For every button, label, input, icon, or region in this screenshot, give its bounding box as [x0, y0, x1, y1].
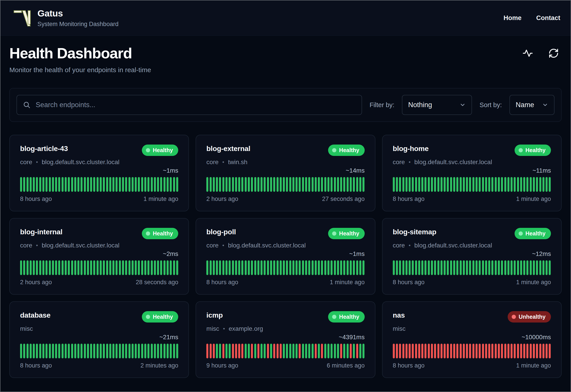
- uptime-bar: [33, 344, 35, 358]
- endpoint-card[interactable]: blog-sitemap Healthy core • blog.default…: [382, 218, 562, 295]
- uptime-bar: [52, 344, 54, 358]
- uptime-bar: [412, 260, 414, 275]
- uptime-bar: [251, 177, 253, 192]
- uptime-bar: [273, 260, 275, 275]
- history-start-time: 9 hours ago: [206, 362, 238, 369]
- tn-monogram-icon: [13, 6, 32, 30]
- uptime-bar: [213, 260, 215, 275]
- uptime-bar: [33, 177, 35, 192]
- uptime-bar: [460, 260, 462, 275]
- card-head: icmp Healthy: [206, 311, 364, 322]
- endpoint-card[interactable]: nas Unhealthy misc ~10000ms 8 hours ago …: [382, 301, 562, 378]
- uptime-bar: [517, 177, 519, 192]
- uptime-bar: [235, 344, 237, 358]
- endpoint-group: misc: [206, 325, 219, 332]
- uptime-bar: [245, 260, 247, 275]
- uptime-bar: [495, 344, 497, 358]
- uptime-bar: [167, 260, 169, 275]
- uptime-bar: [116, 260, 118, 275]
- uptime-bar: [264, 344, 266, 358]
- uptime-bar: [299, 344, 301, 358]
- uptime-bar: [472, 344, 474, 358]
- uptime-bar: [321, 260, 323, 275]
- uptime-bar: [507, 177, 510, 192]
- uptime-bar: [170, 260, 172, 275]
- nav-link-contact[interactable]: Contact: [536, 14, 560, 22]
- uptime-bar: [216, 177, 218, 192]
- uptime-bar: [356, 260, 358, 275]
- uptime-bars: [206, 260, 364, 275]
- uptime-bar: [482, 177, 484, 192]
- endpoint-name: blog-sitemap: [393, 228, 436, 236]
- endpoint-card[interactable]: blog-home Healthy core • blog.default.sv…: [382, 135, 562, 211]
- endpoint-name: blog-article-43: [20, 145, 68, 153]
- uptime-bar: [511, 344, 512, 358]
- latency-label: ~2ms: [20, 250, 178, 257]
- uptime-bar: [173, 260, 175, 275]
- uptime-bar: [225, 177, 227, 192]
- uptime-bar: [428, 177, 430, 192]
- uptime-bar: [299, 177, 301, 192]
- status-label: Healthy: [339, 314, 359, 320]
- uptime-bar: [229, 177, 231, 192]
- uptime-bar: [409, 260, 411, 275]
- uptime-bar: [292, 177, 294, 192]
- uptime-bars: [393, 177, 551, 192]
- status-dot-icon: [332, 231, 336, 236]
- endpoint-card[interactable]: database Healthy misc ~21ms 8 hours ago …: [9, 301, 189, 378]
- endpoint-card[interactable]: blog-external Healthy core • twin.sh ~14…: [195, 135, 375, 211]
- cards-grid: blog-article-43 Healthy core • blog.defa…: [9, 135, 562, 378]
- uptime-bar: [71, 260, 73, 275]
- uptime-bar: [498, 344, 500, 358]
- uptime-bars: [20, 260, 178, 275]
- uptime-bar: [122, 260, 124, 275]
- search-box[interactable]: [16, 95, 362, 115]
- uptime-bar: [504, 260, 506, 275]
- endpoint-name: blog-internal: [20, 228, 62, 236]
- endpoint-card[interactable]: blog-internal Healthy core • blog.defaul…: [9, 218, 189, 295]
- uptime-bar: [440, 344, 443, 358]
- sort-select[interactable]: Name: [510, 95, 555, 115]
- uptime-bar: [514, 260, 516, 275]
- uptime-bar: [42, 177, 44, 192]
- uptime-bar: [289, 344, 291, 358]
- uptime-bar: [167, 344, 169, 358]
- search-input[interactable]: [35, 101, 356, 109]
- refresh-icon[interactable]: [548, 48, 559, 58]
- endpoint-card[interactable]: blog-article-43 Healthy core • blog.defa…: [9, 135, 189, 211]
- uptime-bar: [431, 260, 433, 275]
- uptime-bar: [488, 344, 490, 358]
- uptime-bar: [248, 260, 250, 275]
- endpoint-name: icmp: [206, 311, 223, 319]
- uptime-bar: [289, 177, 291, 192]
- endpoint-card[interactable]: icmp Healthy misc • example.org ~4391ms …: [195, 301, 375, 378]
- uptime-bar: [409, 344, 411, 358]
- uptime-bar: [109, 177, 111, 192]
- uptime-bar: [431, 344, 433, 358]
- uptime-bar: [283, 260, 285, 275]
- uptime-bar: [74, 260, 76, 275]
- uptime-bar: [315, 344, 317, 358]
- filter-select[interactable]: Nothing: [402, 95, 472, 115]
- uptime-bar: [77, 344, 79, 358]
- uptime-bar: [206, 260, 208, 275]
- uptime-bar: [523, 177, 525, 192]
- nav-link-home[interactable]: Home: [503, 14, 522, 22]
- uptime-bar: [495, 260, 497, 275]
- uptime-bar: [523, 344, 525, 358]
- endpoint-host: blog.default.svc.cluster.local: [42, 242, 120, 249]
- uptime-bar: [235, 260, 237, 275]
- uptime-bar: [216, 260, 218, 275]
- endpoint-card[interactable]: blog-poll Healthy core • blog.default.sv…: [195, 218, 375, 295]
- status-label: Healthy: [153, 314, 173, 320]
- uptime-bar: [270, 177, 272, 192]
- card-head: blog-external Healthy: [206, 145, 364, 156]
- uptime-bar: [393, 260, 395, 275]
- uptime-bar: [116, 177, 118, 192]
- uptime-bar: [328, 177, 330, 192]
- uptime-bar: [33, 260, 35, 275]
- uptime-bar: [219, 344, 221, 358]
- app-title: Gatus: [37, 8, 119, 19]
- uptime-bar: [138, 177, 140, 192]
- activity-icon[interactable]: [522, 48, 533, 58]
